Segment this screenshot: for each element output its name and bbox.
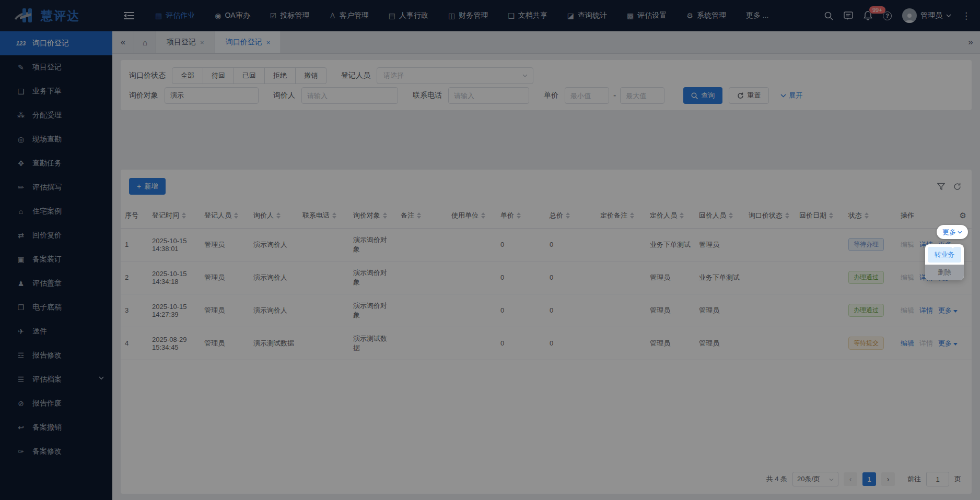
dim-overlay xyxy=(0,0,980,500)
dropdown-item-删除[interactable]: 删除 xyxy=(925,265,964,280)
more-actions-dropdown: 转业务删除 xyxy=(925,244,964,280)
dropdown-item-转业务[interactable]: 转业务 xyxy=(928,247,961,263)
chevron-down-icon xyxy=(958,231,962,234)
app-window: 慧评达 ▦评估作业◉OA审办☑投标管理♙客户管理▤人事行政◫财务管理❑文档共享◪… xyxy=(0,0,980,500)
more-actions-button-active[interactable]: 更多 xyxy=(937,225,968,239)
